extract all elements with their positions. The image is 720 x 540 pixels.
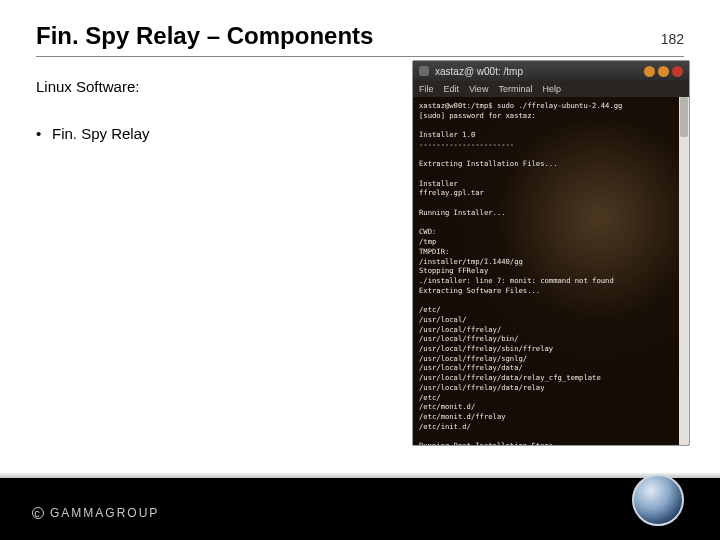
copyright-icon: c: [32, 507, 44, 519]
slide: Fin. Spy Relay – Components 182 Linux So…: [0, 0, 720, 540]
footer: c GAMMAGROUP: [0, 478, 720, 540]
title-rule: [36, 56, 684, 57]
window-buttons: [644, 66, 683, 77]
terminal-scrollbar[interactable]: [679, 97, 689, 445]
globe-icon: [632, 474, 684, 526]
terminal-menubar: File Edit View Terminal Help: [413, 81, 689, 97]
terminal-body[interactable]: xastaz@w00t:/tmp$ sudo ./ffrelay-ubuntu-…: [413, 97, 679, 445]
copyright: c GAMMAGROUP: [32, 506, 159, 520]
header-row: Fin. Spy Relay – Components 182: [36, 22, 684, 50]
terminal-window: xastaz@ w00t: /tmp File Edit View Termin…: [412, 60, 690, 446]
minimize-icon[interactable]: [644, 66, 655, 77]
terminal-output: xastaz@w00t:/tmp$ sudo ./ffrelay-ubuntu-…: [419, 101, 673, 445]
menu-terminal[interactable]: Terminal: [498, 84, 532, 94]
left-column: Linux Software: Fin. Spy Relay: [36, 78, 376, 142]
menu-file[interactable]: File: [419, 84, 434, 94]
bullet-item: Fin. Spy Relay: [36, 125, 376, 142]
menu-view[interactable]: View: [469, 84, 488, 94]
terminal-title: xastaz@ w00t: /tmp: [435, 66, 644, 77]
logo: [632, 474, 692, 534]
menu-help[interactable]: Help: [542, 84, 561, 94]
page-number: 182: [661, 31, 684, 47]
terminal-titlebar: xastaz@ w00t: /tmp: [413, 61, 689, 81]
subheading: Linux Software:: [36, 78, 376, 95]
close-icon[interactable]: [672, 66, 683, 77]
menu-edit[interactable]: Edit: [444, 84, 460, 94]
slide-title: Fin. Spy Relay – Components: [36, 22, 373, 50]
logo-swoosh: [632, 487, 684, 526]
maximize-icon[interactable]: [658, 66, 669, 77]
brand-name: GAMMAGROUP: [50, 506, 159, 520]
bullet-list: Fin. Spy Relay: [36, 125, 376, 142]
scrollbar-thumb[interactable]: [680, 97, 688, 137]
terminal-icon: [419, 66, 429, 76]
